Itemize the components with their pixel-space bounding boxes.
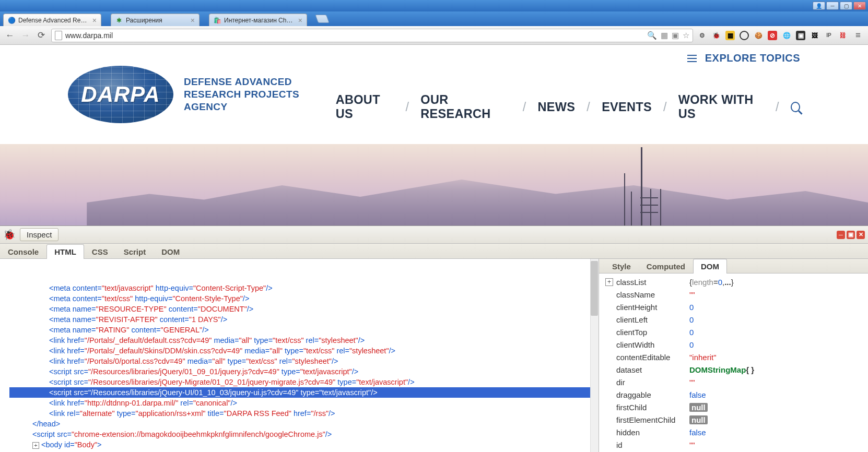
tab-label: Интернет-магазин Chron	[224, 17, 294, 24]
dom-prop-row[interactable]: clientLeft0	[605, 313, 868, 326]
ext-icon[interactable]: ▦	[725, 31, 735, 40]
close-tab-icon[interactable]: ×	[92, 16, 97, 25]
tab-extensions[interactable]: ✱ Расширения ×	[111, 14, 200, 26]
html-source-line[interactable]: <meta content="text/javascript" http-equ…	[9, 283, 596, 293]
noscript-icon[interactable]: ⊘	[768, 31, 777, 40]
firebug-icon[interactable]: 🐞	[711, 31, 721, 40]
back-button[interactable]: ←	[4, 30, 16, 41]
opera-icon[interactable]	[740, 31, 749, 40]
ip-icon[interactable]: IP	[824, 31, 834, 40]
devtools-tab-console[interactable]: Console	[0, 244, 46, 259]
devtools-minimize-icon[interactable]: ─	[837, 231, 845, 239]
nav-news[interactable]: NEWS	[538, 100, 576, 114]
main-nav: ABOUT US/ OUR RESEARCH/ NEWS/ EVENTS/ WO…	[336, 93, 800, 121]
nav-research[interactable]: OUR RESEARCH	[420, 93, 511, 121]
devtools-html-panel[interactable]: <meta content="text/javascript" http-equ…	[0, 259, 599, 452]
inspect-button[interactable]: Inspect	[20, 228, 58, 241]
globe-icon[interactable]: 🌐	[782, 31, 791, 40]
cookie-icon[interactable]: 🍪	[754, 31, 763, 40]
dom-prop-key: hidden	[616, 428, 689, 437]
expand-icon[interactable]: +	[32, 442, 39, 449]
dom-properties[interactable]: +classList{ length=0, ... }className""cl…	[599, 273, 868, 452]
favicon-icon: ✱	[115, 17, 123, 24]
dom-prop-row[interactable]: draggablefalse	[605, 388, 868, 401]
scrollbar-thumb[interactable]	[591, 261, 598, 316]
dom-prop-row[interactable]: id""	[605, 438, 868, 451]
devtools-right-panel: StyleComputedDOM +classList{ length=0, .…	[599, 259, 868, 452]
html-source-line[interactable]: </head>	[9, 419, 596, 429]
close-tab-icon[interactable]: ×	[191, 16, 195, 25]
html-source-line[interactable]: <link href="/Portals/_default/Skins/DDM/…	[9, 346, 596, 356]
dom-prop-row[interactable]: hiddenfalse	[605, 426, 868, 438]
html-source-line[interactable]: <meta name="RATING" content="GENERAL"/>	[9, 325, 596, 335]
html-source-line[interactable]: <link href="http://dtdnnp-01.darpa.mil/"…	[9, 398, 596, 408]
nav-work[interactable]: WORK WITH US	[678, 93, 764, 121]
darpa-logo[interactable]: DARPA	[68, 66, 173, 123]
zoom-icon[interactable]: 🔍	[647, 31, 657, 40]
hamburger-icon	[687, 55, 697, 62]
new-tab-button[interactable]	[315, 15, 330, 23]
dom-prop-row[interactable]: contentEditable"inherit"	[605, 351, 868, 363]
window-minimize[interactable]: ─	[826, 2, 839, 10]
window-user-icon[interactable]: 👤	[813, 2, 825, 10]
dom-prop-row[interactable]: clientTop0	[605, 326, 868, 338]
html-source-line[interactable]: <meta name="RESOURCE-TYPE" content="DOCU…	[9, 304, 596, 314]
dom-prop-row[interactable]: clientHeight0	[605, 301, 868, 313]
tab-label: Defense Advanced Resear	[18, 17, 88, 24]
html-source-line[interactable]: <script src="/Resources/libraries/jQuery…	[9, 387, 596, 398]
dom-prop-key: id	[616, 441, 689, 449]
translate-icon[interactable]: ▦	[661, 31, 668, 40]
devtools-tab-script[interactable]: Script	[116, 244, 154, 259]
agency-line2: RESEARCH PROJECTS AGENCY	[184, 88, 336, 113]
dom-prop-row[interactable]: firstChildnull	[605, 401, 868, 413]
dom-prop-row[interactable]: +classList{ length=0, ... }	[605, 276, 868, 288]
devtools-close-icon[interactable]: ✕	[857, 231, 865, 239]
devtools-tab-css[interactable]: CSS	[84, 244, 116, 259]
window-close[interactable]: ✕	[853, 2, 866, 10]
tab-active[interactable]: 🔵 Defense Advanced Resear ×	[3, 14, 101, 26]
chrome-menu-icon[interactable]: ≡	[852, 30, 864, 41]
bookmark-icon[interactable]: ☆	[683, 31, 689, 40]
scrollbar[interactable]	[590, 259, 599, 452]
extension-icons: ⚙ 🐞 ▦ 🍪 ⊘ 🌐 ▣ 🖼 IP ⛓ ≡	[697, 30, 864, 41]
html-source-line[interactable]: <meta name="REVISIT-AFTER" content="1 DA…	[9, 314, 596, 325]
firebug-icon[interactable]: 🐞	[3, 229, 16, 241]
explore-label: EXPLORE TOPICS	[705, 52, 800, 64]
html-source-line[interactable]: <link href="/Portals/_default/default.cs…	[9, 335, 596, 346]
nav-events[interactable]: EVENTS	[602, 100, 652, 114]
ext-icon[interactable]: ▣	[796, 31, 805, 40]
reload-button[interactable]: ⟳	[36, 30, 47, 41]
dom-prop-row[interactable]: clientWidth0	[605, 338, 868, 351]
action-icon[interactable]: ▣	[672, 31, 679, 40]
html-source-line[interactable]: <meta content="text/css" http-equiv="Con…	[9, 293, 596, 304]
tab-webstore[interactable]: 🛍️ Интернет-магазин Chron ×	[209, 14, 307, 26]
close-tab-icon[interactable]: ×	[298, 16, 302, 25]
html-source-line[interactable]: +<body id="Body">	[9, 439, 596, 450]
html-source-line[interactable]: <link href="/Portals/0/portal.css?cdv=49…	[9, 356, 596, 366]
devtools-rtab-dom[interactable]: DOM	[693, 259, 727, 273]
html-source-line[interactable]: <link rel="alternate" type="application/…	[9, 408, 596, 419]
dom-prop-row[interactable]: className""	[605, 288, 868, 301]
devtools-rtab-style[interactable]: Style	[604, 259, 639, 273]
html-source-line[interactable]: <script src="/Resources/libraries/jQuery…	[9, 366, 596, 377]
dom-prop-row[interactable]: datasetDOMStringMap { }	[605, 363, 868, 376]
ext-icon[interactable]: ⛓	[838, 31, 848, 40]
devtools-popout-icon[interactable]: ▣	[847, 231, 855, 239]
address-bar[interactable]: www.darpa.mil 🔍 ▦ ▣ ☆	[51, 29, 693, 42]
ext-icon[interactable]: 🖼	[810, 31, 819, 40]
devtools-rtab-computed[interactable]: Computed	[639, 259, 693, 273]
devtools-tabs-row: ConsoleHTMLCSSScriptDOM	[0, 244, 868, 259]
forward-button[interactable]: →	[20, 30, 31, 41]
expand-icon[interactable]: +	[605, 278, 613, 286]
devtools-tab-html[interactable]: HTML	[46, 244, 84, 259]
window-maximize[interactable]: ▢	[840, 2, 852, 10]
search-icon[interactable]	[791, 102, 800, 112]
dom-prop-row[interactable]: firstElementChildnull	[605, 413, 868, 426]
nav-about[interactable]: ABOUT US	[336, 93, 394, 121]
dom-prop-row[interactable]: dir""	[605, 376, 868, 388]
html-source-line[interactable]: <script src="chrome-extension://bmagokdo…	[9, 429, 596, 439]
html-source-line[interactable]: <script src="/Resources/libraries/jQuery…	[9, 377, 596, 387]
gear-icon[interactable]: ⚙	[697, 31, 707, 40]
devtools-tab-dom[interactable]: DOM	[154, 244, 187, 259]
explore-topics[interactable]: EXPLORE TOPICS	[687, 52, 800, 64]
